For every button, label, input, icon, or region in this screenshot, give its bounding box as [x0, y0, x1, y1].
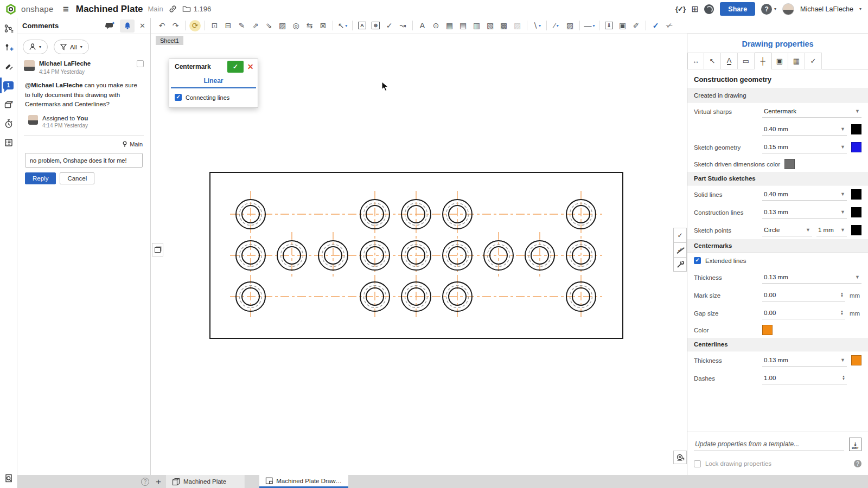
dimension-icon[interactable]: ↖▾	[336, 19, 349, 32]
solid-lines-color-swatch[interactable]	[851, 189, 861, 200]
sketch-driven-color-swatch[interactable]	[784, 159, 795, 169]
add-tab-button[interactable]: +	[156, 477, 161, 486]
template-file-icon[interactable]: ⤓DWT	[849, 438, 861, 451]
reply-input[interactable]	[25, 153, 143, 168]
new-comment-icon[interactable]	[105, 22, 115, 30]
centermark-color-swatch[interactable]	[762, 325, 773, 335]
stepper-icon[interactable]: ▲▼	[842, 375, 845, 381]
sheets-flyout-button[interactable]	[152, 243, 163, 256]
construction-lines-color-swatch[interactable]	[851, 207, 861, 217]
stepper-icon[interactable]: ▲▼	[840, 310, 844, 316]
sheet-tab[interactable]: Sheet1	[156, 36, 183, 45]
virtual-sharps-select[interactable]: Centermark▼	[762, 105, 861, 118]
tab-machined-plate-drawing[interactable]: Machined Plate Drawin...	[259, 475, 348, 488]
filter-all-button[interactable]: All ▾	[54, 40, 89, 54]
sketch-points-size-select[interactable]: 1 mm▼	[816, 224, 847, 236]
cancel-button[interactable]: Cancel	[60, 172, 94, 184]
reply-button[interactable]: Reply	[25, 172, 56, 184]
stepper-icon[interactable]: ▲▼	[840, 292, 844, 298]
sketch-points-color-swatch[interactable]	[851, 225, 861, 235]
broken-out-section-icon[interactable]: ⇘	[262, 19, 276, 32]
extended-lines-checkbox[interactable]	[694, 257, 701, 264]
cut-list-table-icon[interactable]: ▨	[510, 19, 524, 32]
versions-panel-icon[interactable]	[0, 22, 17, 35]
follow-mode-icon[interactable]	[0, 41, 17, 54]
lock-properties-checkbox[interactable]	[694, 460, 701, 467]
crop-view-icon[interactable]: ⊠	[316, 19, 330, 32]
virtual-sharps-color-swatch[interactable]	[851, 124, 861, 134]
undo-icon[interactable]: ↶	[155, 19, 169, 32]
sketch-line-icon[interactable]: ✐	[629, 19, 643, 32]
help-menu[interactable]: ? ▾	[761, 4, 776, 15]
insert-image-icon[interactable]: ▣	[616, 19, 629, 32]
revision-table-icon[interactable]: ▧	[483, 19, 497, 32]
notifications-bell-icon[interactable]	[120, 20, 135, 33]
virtual-sharps-thickness-select[interactable]: 0.40 mm▼	[762, 123, 847, 136]
centerline-color-swatch[interactable]	[851, 355, 861, 365]
gap-size-input[interactable]: 0.00▲▼	[762, 307, 845, 319]
share-button[interactable]: Share	[720, 2, 755, 16]
centerline-icon[interactable]: ∖▾	[530, 19, 544, 32]
solid-lines-select[interactable]: 0.40 mm▼	[762, 188, 847, 201]
sketch-geometry-select[interactable]: 0.15 mm▼	[762, 141, 847, 153]
weld-symbol-icon[interactable]: ↝	[396, 19, 410, 32]
bom-table-icon[interactable]: ▤	[456, 19, 470, 32]
weldment-table-icon[interactable]: ▩	[497, 19, 510, 32]
hatch-icon[interactable]: ▨	[563, 19, 577, 32]
measure-tool-button[interactable]	[673, 451, 687, 464]
geometric-tolerance-icon[interactable]: ⊕	[369, 19, 382, 32]
table-icon[interactable]: ▦	[443, 19, 456, 32]
close-icon[interactable]: ✕	[139, 22, 145, 30]
properties-tab-sheet-style[interactable]: ▣	[771, 53, 788, 69]
version-indicator[interactable]: 1.196	[182, 5, 212, 13]
connecting-lines-checkbox[interactable]	[175, 94, 182, 101]
properties-tab-dimension-style[interactable]: ↔	[687, 53, 704, 69]
hide-check-panel-icon[interactable]: ✓	[673, 242, 687, 257]
auxiliary-view-icon[interactable]: ✎	[235, 19, 248, 32]
properties-list-icon[interactable]	[0, 136, 17, 149]
template-search-input[interactable]: Update properties from a template...	[694, 439, 844, 451]
confirm-button[interactable]: ✓	[227, 61, 244, 73]
comments-panel-icon[interactable]: 1	[0, 79, 17, 92]
history-icon[interactable]	[0, 117, 17, 130]
text-icon[interactable]: A	[416, 19, 429, 32]
close-icon[interactable]: ✕	[245, 61, 256, 73]
app-store-icon[interactable]: ⊞	[691, 5, 698, 14]
section-view-icon[interactable]: ⇗	[248, 19, 262, 32]
search-document-icon[interactable]	[0, 471, 17, 485]
sketch-geometry-color-swatch[interactable]	[851, 142, 861, 152]
featurescript-icon[interactable]: {✓}	[675, 5, 685, 12]
sketch-points-shape-select[interactable]: Circle▼	[762, 224, 812, 236]
wrench-icon[interactable]	[673, 257, 687, 272]
detail-view-icon[interactable]: ◎	[289, 19, 303, 32]
mark-size-input[interactable]: 0.00▲▼	[762, 289, 845, 301]
tab-machined-plate[interactable]: Machined Plate	[166, 475, 245, 488]
properties-tab-callout-style[interactable]: ▭	[738, 53, 755, 69]
note-icon[interactable]: A	[355, 19, 369, 32]
resolve-checkbox[interactable]	[137, 60, 144, 67]
construction-lines-select[interactable]: 0.13 mm▼	[762, 206, 847, 219]
properties-tab-text-style[interactable]: A	[721, 53, 738, 69]
link-icon[interactable]	[168, 4, 177, 14]
hide-dimension-check-icon[interactable]: ✓	[662, 19, 676, 32]
properties-tab-table-style[interactable]: ▦	[788, 53, 805, 69]
help-icon[interactable]: ?	[141, 478, 149, 486]
dashes-input[interactable]: 1.00▲▼	[762, 372, 847, 384]
inspection-symbol-icon[interactable]: ⊙	[429, 19, 443, 32]
centermark-thickness-select[interactable]: 0.13 mm▼	[762, 271, 861, 284]
properties-tab-leader-style[interactable]: ↖	[704, 53, 721, 69]
move-view-icon[interactable]: ⇆	[303, 19, 316, 32]
centermark-icon[interactable]: ∕▾	[550, 19, 563, 32]
show-dimension-check-icon[interactable]: ✓	[649, 19, 662, 32]
insert-view-icon[interactable]: ⊡	[208, 19, 221, 32]
break-view-icon[interactable]: ▨	[276, 19, 289, 32]
view-layout-icon[interactable]: ⊟	[221, 19, 235, 32]
tab-linear[interactable]: Linear	[171, 74, 256, 88]
help-icon[interactable]: ?	[854, 460, 861, 467]
markup-icon[interactable]	[0, 60, 17, 73]
export-dxf-icon[interactable]: ⇓	[602, 19, 616, 32]
learning-center-icon[interactable]	[704, 4, 714, 14]
hole-table-icon[interactable]: ▥	[470, 19, 483, 32]
properties-tab-construction-geometry[interactable]: ┼	[755, 53, 771, 69]
line-style-icon[interactable]: —▾	[583, 19, 596, 32]
